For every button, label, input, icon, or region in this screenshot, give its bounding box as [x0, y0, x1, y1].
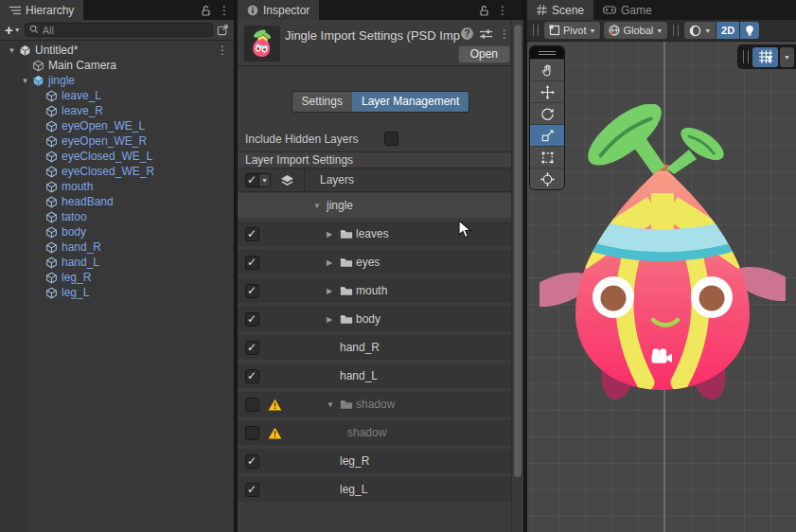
tab-inspector[interactable]: Inspector — [238, 0, 319, 20]
layer-row-shadow[interactable]: shadow — [238, 420, 523, 445]
hierarchy-item-leave-r[interactable]: leave_R — [0, 103, 234, 118]
expand-arrow-icon[interactable]: ▼ — [19, 77, 31, 85]
layer-row-hand_r[interactable]: hand_R — [238, 335, 523, 360]
layer-checkbox[interactable] — [245, 256, 259, 270]
search-field[interactable] — [25, 23, 213, 37]
tab-layer-management[interactable]: Layer Management — [352, 92, 469, 112]
hierarchy-item-tatoo[interactable]: tatoo — [0, 209, 234, 224]
layer-checkbox[interactable] — [245, 454, 259, 469]
kebab-icon[interactable]: ⋮ — [497, 5, 508, 16]
grid-dropdown[interactable]: ▼ — [780, 47, 794, 67]
layer-row-leaves[interactable]: ▶leaves — [238, 222, 523, 246]
overlay-drag-handle[interactable] — [530, 46, 564, 59]
layer-row-shadow[interactable]: ▼shadow — [238, 392, 523, 417]
layer-checkbox[interactable] — [245, 398, 259, 412]
jingle-character-sprite[interactable] — [540, 104, 786, 417]
inspector-panel: Inspector ⋮ Jingle Import — [238, 0, 525, 532]
layer-row-mouth[interactable]: ▶mouth — [238, 278, 523, 303]
expand-arrow-icon[interactable]: ▶ — [327, 315, 340, 324]
lock-icon[interactable] — [479, 5, 489, 16]
layer-row-leg_l[interactable]: leg_L — [238, 477, 523, 502]
tab-scene[interactable]: Scene — [527, 0, 593, 20]
lock-icon[interactable] — [201, 5, 211, 16]
expand-arrow-icon[interactable]: ▶ — [327, 287, 340, 295]
rect-tool-button[interactable] — [530, 146, 564, 168]
kebab-icon[interactable]: ⋮ — [499, 28, 510, 40]
layer-row-leg_r[interactable]: leg_R — [238, 449, 523, 473]
global-button[interactable]: Global▼ — [604, 22, 667, 39]
kebab-icon[interactable]: ⋮ — [219, 5, 230, 16]
checkbox-slot — [245, 341, 268, 355]
hierarchy-item-headband[interactable]: headBand — [0, 194, 234, 209]
tab-settings[interactable]: Settings — [292, 92, 352, 112]
checkbox-slot — [245, 369, 268, 383]
layer-checkbox[interactable] — [245, 369, 259, 383]
tab-hierarchy[interactable]: Hierarchy — [0, 0, 83, 20]
expand-arrow-icon[interactable]: ▼ — [313, 202, 327, 210]
layer-checkbox[interactable] — [245, 312, 259, 327]
hierarchy-item-hand-r[interactable]: hand_R — [0, 239, 234, 255]
hierarchy-item-eyeclosed-we-l[interactable]: eyeClosed_WE_L — [0, 149, 234, 164]
kebab-icon[interactable]: ⋮ — [217, 44, 228, 57]
scale-tool-button[interactable] — [530, 124, 564, 146]
include-hidden-layers-checkbox[interactable] — [384, 132, 398, 146]
hierarchy-item-leg-l[interactable]: leg_L — [0, 285, 234, 300]
expand-arrow-icon[interactable]: ▶ — [327, 258, 340, 267]
hierarchy-item-body[interactable]: body — [0, 224, 234, 239]
hierarchy-item-jingle[interactable]: ▼jingle — [0, 73, 234, 88]
layer-checkbox[interactable] — [245, 341, 259, 355]
hierarchy-item-leg-r[interactable]: leg_R — [0, 270, 234, 285]
hierarchy-item-mouth[interactable]: mouth — [0, 179, 234, 194]
2d-toggle[interactable]: 2D — [716, 22, 739, 39]
hierarchy-item-eyeopen-we-r[interactable]: eyeOpen_WE_R — [0, 133, 234, 149]
open-window-icon[interactable] — [217, 24, 229, 36]
hand-tool-button[interactable] — [530, 59, 564, 80]
create-button[interactable]: +▼ — [5, 23, 21, 37]
expand-arrow-icon[interactable]: ▼ — [6, 46, 18, 55]
select-all-checkbox[interactable] — [245, 173, 259, 187]
item-label: tatoo — [62, 210, 87, 223]
layers-stack-icon[interactable] — [280, 174, 294, 186]
presets-icon[interactable] — [480, 28, 492, 40]
layer-checkbox[interactable] — [245, 483, 259, 497]
search-input[interactable] — [43, 25, 208, 36]
tab-game[interactable]: Game — [593, 0, 662, 20]
help-icon[interactable]: ? — [461, 27, 473, 40]
expand-arrow-icon[interactable]: ▼ — [327, 400, 340, 409]
tab-label: Game — [621, 4, 652, 17]
scrollbar-thumb[interactable] — [514, 25, 522, 477]
rotate-tool-button[interactable] — [530, 102, 564, 124]
cube-blue-icon — [44, 135, 59, 148]
checkbox-dropdown[interactable]: ▼ — [259, 173, 271, 187]
cube-blue-icon — [44, 196, 59, 208]
lighting-toggle[interactable] — [740, 22, 759, 39]
layer-label: eyes — [356, 256, 380, 269]
layer-row-eyes[interactable]: ▶eyes — [238, 250, 523, 275]
layer-checkbox[interactable] — [245, 227, 259, 241]
toolbar-drag-handle[interactable] — [533, 25, 539, 36]
open-button[interactable]: Open — [458, 45, 510, 63]
transform-tool-button[interactable] — [530, 168, 564, 189]
draw-mode-dropdown[interactable]: ▼ — [684, 22, 716, 39]
grid-visibility-toggle[interactable]: Y — [752, 47, 778, 67]
layer-checkbox[interactable] — [245, 284, 259, 298]
move-tool-button[interactable] — [530, 80, 564, 102]
pivot-button[interactable]: Pivot▼ — [544, 22, 600, 39]
inspector-scrollbar[interactable] — [511, 20, 523, 532]
hierarchy-item-eyeopen-we-l[interactable]: eyeOpen_WE_L — [0, 118, 234, 133]
scene-tabbar: Scene Game — [527, 0, 796, 20]
hierarchy-item-hand-l[interactable]: hand_L — [0, 255, 234, 270]
layer-row-body[interactable]: ▶body — [238, 307, 523, 331]
layer-row-jingle[interactable]: ▼jingle — [238, 193, 523, 218]
layer-checkbox[interactable] — [245, 426, 259, 440]
hierarchy-item-main-camera[interactable]: Main Camera — [0, 58, 234, 73]
hierarchy-item-eyeclosed-we-r[interactable]: eyeClosed_WE_R — [0, 164, 234, 179]
hierarchy-item-untitled-[interactable]: ▼Untitled*⋮ — [0, 43, 234, 58]
expand-arrow-icon[interactable]: ▶ — [327, 230, 340, 239]
hierarchy-item-leave-l[interactable]: leave_L — [0, 88, 234, 103]
layer-row-hand_l[interactable]: hand_L — [238, 364, 523, 388]
overlay-drag-handle[interactable] — [743, 50, 749, 63]
toolbar-drag-handle[interactable] — [673, 25, 679, 36]
scene-viewport[interactable]: Y ▼ — [527, 42, 796, 532]
item-label: body — [62, 225, 86, 239]
